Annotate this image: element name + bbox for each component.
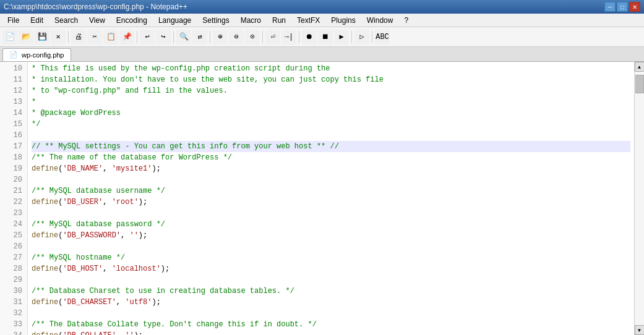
tab-icon: 📄 xyxy=(9,51,18,59)
replace-button[interactable]: ⇄ xyxy=(192,30,207,45)
line-number: 19 xyxy=(0,163,27,174)
toolbar-separator-6 xyxy=(299,31,299,43)
code-line: * installation. You don't have to use th… xyxy=(32,74,630,85)
new-button[interactable]: 📄 xyxy=(2,30,17,45)
toolbar-separator-7 xyxy=(351,31,352,43)
line-number: 31 xyxy=(0,297,27,308)
title-bar: C:\xampp\htdocs\wordpress\wp-config.php … xyxy=(0,0,644,14)
line-number: 16 xyxy=(0,130,27,141)
code-line: define('DB_COLLATE', ''); xyxy=(32,330,630,335)
line-number: 17 xyxy=(0,141,27,152)
line-number: 24 xyxy=(0,219,27,230)
editor: 1011121314151617181920212223242526272829… xyxy=(0,62,644,335)
menu-textfx[interactable]: TextFX xyxy=(292,15,325,26)
open-button[interactable]: 📂 xyxy=(19,30,33,45)
scroll-down-arrow[interactable]: ▼ xyxy=(635,325,645,335)
code-line xyxy=(32,174,630,185)
zoom-in-button[interactable]: ⊕ xyxy=(213,30,228,45)
maximize-button[interactable]: □ xyxy=(617,2,628,12)
toolbar-separator-8 xyxy=(372,31,372,43)
print-button[interactable]: 🖨 xyxy=(71,30,86,45)
toolbar-separator-3 xyxy=(173,31,174,43)
menu-plugins[interactable]: Plugins xyxy=(326,15,360,26)
line-number: 26 xyxy=(0,241,27,252)
stop-record-button[interactable]: ⏹ xyxy=(318,30,333,45)
spellcheck-button[interactable]: ABC xyxy=(375,30,390,45)
line-number: 18 xyxy=(0,152,27,163)
cut-button[interactable]: ✂ xyxy=(87,30,102,45)
code-line: define('DB_NAME', 'mysite1'); xyxy=(32,163,630,174)
menu-macro[interactable]: Macro xyxy=(236,15,266,26)
line-number: 15 xyxy=(0,119,27,130)
code-line xyxy=(32,274,630,286)
tab-wp-config[interactable]: 📄 wp-config.php xyxy=(2,48,71,61)
code-line: define('DB_USER', 'root'); xyxy=(32,197,630,208)
line-numbers: 1011121314151617181920212223242526272829… xyxy=(0,62,28,335)
scroll-thumb[interactable] xyxy=(635,75,644,93)
line-number: 32 xyxy=(0,308,27,319)
line-number: 13 xyxy=(0,96,27,108)
code-line: define('DB_PASSWORD', ''); xyxy=(32,230,630,241)
code-area[interactable]: * This file is used by the wp-config.php… xyxy=(28,62,634,335)
line-number: 22 xyxy=(0,197,27,208)
code-line: define('DB_CHARSET', 'utf8'); xyxy=(32,297,630,308)
code-line: /** The name of the database for WordPre… xyxy=(32,152,630,163)
window-controls: ─ □ ✕ xyxy=(604,2,640,12)
undo-button[interactable]: ↩ xyxy=(140,30,155,45)
line-number: 33 xyxy=(0,319,27,330)
scroll-up-arrow[interactable]: ▲ xyxy=(635,62,645,72)
redo-button[interactable]: ↪ xyxy=(156,30,171,45)
code-line: /** MySQL database password */ xyxy=(32,219,630,230)
menu-encoding[interactable]: Encoding xyxy=(111,15,152,26)
menu-?[interactable]: ? xyxy=(399,15,413,26)
copy-button[interactable]: 📋 xyxy=(103,30,118,45)
code-line xyxy=(32,308,630,319)
line-number: 34 xyxy=(0,330,27,335)
play-macro-button[interactable]: ▶ xyxy=(334,30,349,45)
code-line: * This file is used by the wp-config.php… xyxy=(32,63,630,74)
line-number: 23 xyxy=(0,208,27,219)
code-line xyxy=(32,241,630,252)
line-number: 10 xyxy=(0,63,27,74)
code-line: // ** MySQL settings - You can get this … xyxy=(32,141,630,152)
code-line: /** MySQL hostname */ xyxy=(32,252,630,263)
code-line: /** Database Charset to use in creating … xyxy=(32,286,630,297)
save-button[interactable]: 💾 xyxy=(35,30,49,45)
code-line: * xyxy=(32,96,630,108)
code-line: /** The Database Collate type. Don't cha… xyxy=(32,319,630,330)
indent-button[interactable]: →| xyxy=(281,30,296,45)
line-number: 14 xyxy=(0,108,27,119)
line-number: 27 xyxy=(0,252,27,263)
code-line: * to "wp-config.php" and fill in the val… xyxy=(32,85,630,96)
menu-window[interactable]: Window xyxy=(362,15,398,26)
close-button[interactable]: ✕ xyxy=(629,2,640,12)
minimize-button[interactable]: ─ xyxy=(604,2,616,12)
toolbar-separator-4 xyxy=(210,31,210,43)
code-line: /** MySQL database username */ xyxy=(32,185,630,197)
menu-view[interactable]: View xyxy=(84,15,110,26)
menu-edit[interactable]: Edit xyxy=(25,15,48,26)
menu-bar: FileEditSearchViewEncodingLanguageSettin… xyxy=(0,14,644,27)
menu-search[interactable]: Search xyxy=(49,15,83,26)
paste-button[interactable]: 📌 xyxy=(119,30,134,45)
scroll-track[interactable] xyxy=(635,72,645,325)
vertical-scrollbar[interactable]: ▲ ▼ xyxy=(634,62,644,335)
menu-settings[interactable]: Settings xyxy=(197,15,234,26)
menu-file[interactable]: File xyxy=(2,15,24,26)
line-number: 30 xyxy=(0,286,27,297)
close-tab-button[interactable]: ✕ xyxy=(51,30,66,45)
zoom-out-button[interactable]: ⊖ xyxy=(229,30,244,45)
title-text: C:\xampp\htdocs\wordpress\wp-config.php … xyxy=(4,2,187,11)
menu-language[interactable]: Language xyxy=(153,15,196,26)
menu-run[interactable]: Run xyxy=(267,15,291,26)
find-button[interactable]: 🔍 xyxy=(176,30,191,45)
line-number: 29 xyxy=(0,274,27,286)
line-number: 11 xyxy=(0,74,27,85)
zoom-restore-button[interactable]: ⊙ xyxy=(245,30,260,45)
word-wrap-button[interactable]: ⏎ xyxy=(265,30,280,45)
run-button[interactable]: ▷ xyxy=(354,30,369,45)
line-number: 20 xyxy=(0,174,27,185)
line-number: 28 xyxy=(0,263,27,274)
code-line xyxy=(32,130,630,141)
record-macro-button[interactable]: ⏺ xyxy=(302,30,317,45)
